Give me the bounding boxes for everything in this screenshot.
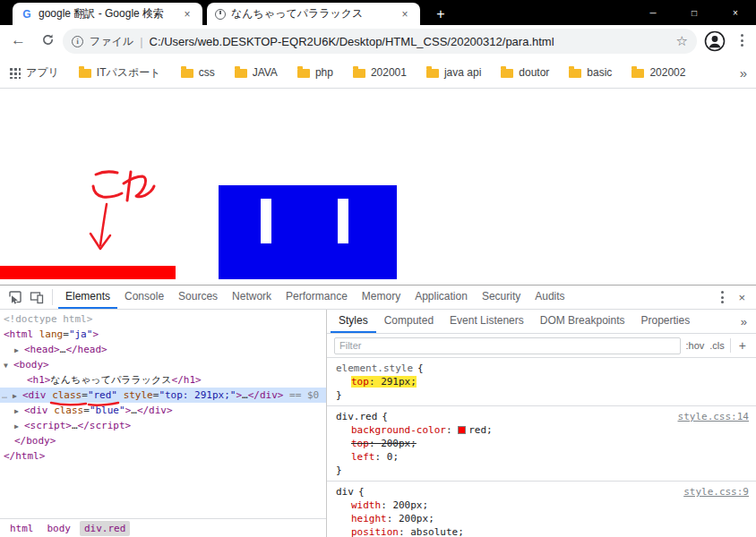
css-property[interactable]: width: 200px; — [336, 499, 749, 512]
styles-tab-bar: StylesComputedEvent ListenersDOM Breakpo… — [327, 310, 756, 334]
tree-node[interactable]: ▶<script>…</script> — [0, 418, 326, 433]
css-property[interactable]: background-color: red; — [336, 423, 749, 437]
device-toolbar-icon[interactable] — [29, 289, 45, 305]
code-token: … — [72, 420, 78, 431]
open-brace: { — [382, 410, 388, 423]
css-properties: background-color: red;top: 200px;left: 0… — [336, 423, 749, 464]
styles-tab[interactable]: DOM Breakpoints — [532, 310, 633, 333]
bookmark-folder[interactable]: doutor — [501, 65, 549, 81]
url-text[interactable]: C:/Users/web.DESKTOP-EQR2U6K/Desktop/HTM… — [150, 35, 670, 48]
bookmarks-overflow-icon[interactable]: » — [740, 65, 747, 81]
apps-shortcut[interactable]: アプリ — [9, 65, 59, 81]
new-tab-button[interactable]: + — [428, 3, 453, 25]
maximize-button[interactable]: □ — [674, 0, 715, 25]
toggle-hover-state-button[interactable]: :hov — [686, 340, 705, 351]
browser-tab-google-search[interactable]: G google 翻訳 - Google 検索 × — [13, 3, 202, 25]
reload-button[interactable] — [41, 33, 55, 50]
bookmark-folder[interactable]: css — [181, 65, 215, 81]
tree-node[interactable]: <html lang="ja"> — [0, 327, 326, 342]
colon: : — [446, 424, 458, 436]
new-style-rule-button[interactable]: + — [736, 338, 749, 353]
chrome-menu-icon[interactable] — [741, 34, 743, 47]
address-bar[interactable]: i ファイル | C:/Users/web.DESKTOP-EQR2U6K/De… — [63, 29, 697, 54]
browser-tab-active[interactable]: なんちゃってパララックス × — [207, 3, 420, 25]
stylesheet-link[interactable]: style.css:14 — [678, 410, 749, 423]
tree-node[interactable]: </html> — [0, 448, 326, 464]
tree-node[interactable]: ▼<body> — [0, 357, 326, 372]
devtools-tab-bar: ElementsConsoleSourcesNetworkPerformance… — [58, 286, 572, 309]
css-property[interactable]: top: 291px; — [336, 375, 749, 388]
tree-node-code: ▶<div class="blue">…</div> — [14, 405, 173, 416]
styles-tab[interactable]: Styles — [331, 310, 376, 333]
color-swatch[interactable] — [458, 426, 466, 434]
devtools-tab[interactable]: Elements — [58, 286, 117, 309]
devtools-menu-icon[interactable] — [721, 291, 724, 303]
bookmark-folder[interactable]: basic — [569, 65, 612, 81]
devtools-tab[interactable]: Security — [475, 286, 528, 309]
inspect-element-icon[interactable] — [7, 289, 23, 305]
handwritten-annotation-text: これ — [0, 90, 1, 90]
page-white-stripe — [338, 199, 348, 243]
css-property[interactable]: top: 200px; — [336, 437, 749, 450]
styles-tab[interactable]: Event Listeners — [442, 310, 532, 333]
styles-tabs-overflow-icon[interactable]: » — [741, 315, 756, 328]
bookmark-star-icon[interactable]: ☆ — [676, 33, 688, 49]
tab-close-icon[interactable]: × — [180, 8, 194, 21]
page-viewport: これ — [0, 90, 756, 285]
back-button[interactable]: ← — [11, 31, 26, 49]
css-selector[interactable]: div — [336, 485, 354, 499]
tree-node[interactable]: ▶<head>…</head> — [0, 342, 326, 357]
tab-close-icon[interactable]: × — [398, 8, 412, 21]
devtools-close-icon[interactable]: × — [738, 291, 745, 304]
devtools-tab[interactable]: Performance — [279, 286, 355, 309]
bookmark-folder[interactable]: java api — [426, 65, 481, 81]
close-window-button[interactable]: × — [715, 0, 756, 25]
breadcrumb-item[interactable]: div.red — [80, 521, 130, 536]
tree-node[interactable]: ▶<div class="blue">…</div> — [0, 403, 326, 418]
navigation-bar: ← i ファイル | C:/Users/web.DESKTOP-EQR2U6K/… — [0, 25, 756, 57]
tree-node[interactable]: <!doctype html> — [0, 311, 326, 327]
devtools-tab[interactable]: Network — [225, 286, 279, 309]
bookmark-folder[interactable]: JAVA — [235, 65, 278, 81]
devtools-tab[interactable]: Audits — [528, 286, 571, 309]
devtools-tab[interactable]: Sources — [171, 286, 225, 309]
toggle-class-button[interactable]: .cls — [709, 340, 725, 351]
open-brace: { — [417, 362, 424, 375]
stylesheet-link[interactable]: style.css:9 — [683, 485, 749, 499]
tree-node[interactable]: </body> — [0, 433, 326, 448]
bookmark-folder[interactable]: ITパスポート — [79, 65, 161, 81]
code-token: <script> — [24, 420, 72, 431]
tree-node[interactable]: <h1>なんちゃってパララックス</h1> — [0, 372, 326, 388]
styles-filter-input[interactable] — [334, 337, 681, 354]
styles-tab[interactable]: Properties — [632, 310, 698, 333]
property-value: absolute — [410, 526, 458, 537]
css-selector[interactable]: element.style — [336, 362, 413, 375]
bookmark-label: 202001 — [371, 66, 407, 79]
breadcrumb-item[interactable]: body — [43, 521, 76, 536]
profile-avatar[interactable] — [704, 30, 726, 52]
minimize-button[interactable]: ─ — [632, 0, 674, 25]
code-token: … — [131, 405, 137, 416]
code-token: class — [54, 405, 83, 416]
breadcrumb-item[interactable]: html — [5, 521, 39, 536]
bookmark-folder[interactable]: php — [297, 65, 333, 81]
code-token: <div — [22, 389, 52, 401]
devtools-tab[interactable]: Memory — [355, 286, 408, 309]
rule-selector-row: element.style{ — [336, 362, 749, 375]
css-property[interactable]: left: 0; — [336, 450, 749, 464]
bookmark-folder[interactable]: 202001 — [353, 65, 407, 81]
avatar-icon — [704, 30, 726, 52]
code-token — [117, 389, 124, 401]
bookmark-folder[interactable]: 202002 — [631, 65, 685, 81]
css-property[interactable]: height: 200px; — [336, 512, 749, 525]
css-property[interactable]: position: absolute; — [336, 525, 749, 537]
semicolon: ; — [423, 499, 429, 511]
devtools-tab[interactable]: Console — [117, 286, 171, 309]
css-selector[interactable]: div.red — [336, 410, 377, 423]
devtools-tab[interactable]: Application — [408, 286, 475, 309]
info-icon[interactable]: i — [72, 36, 83, 47]
styles-tab[interactable]: Computed — [376, 310, 442, 333]
code-token: <head> — [24, 344, 60, 355]
tree-node-code: <html lang="ja"> — [4, 328, 99, 340]
tree-node[interactable]: …▶<div class="red" style="top: 291px;">…… — [0, 388, 326, 403]
